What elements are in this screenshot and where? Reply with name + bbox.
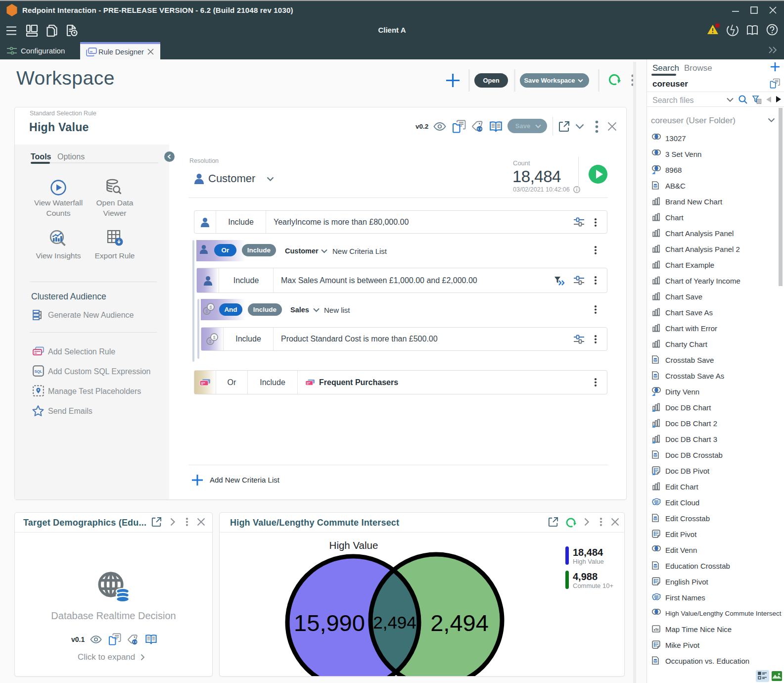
svg-text:$: $: [213, 335, 215, 340]
svg-text:15,990: 15,990: [294, 610, 365, 636]
svg-text:$: $: [209, 339, 211, 343]
svg-text:High Value: High Value: [329, 539, 378, 551]
svg-text:$: $: [205, 309, 208, 314]
svg-text:SQL: SQL: [35, 369, 43, 374]
svg-text:$: $: [209, 305, 212, 310]
svg-text:2,494: 2,494: [430, 610, 489, 636]
svg-text:2,494: 2,494: [373, 613, 416, 632]
